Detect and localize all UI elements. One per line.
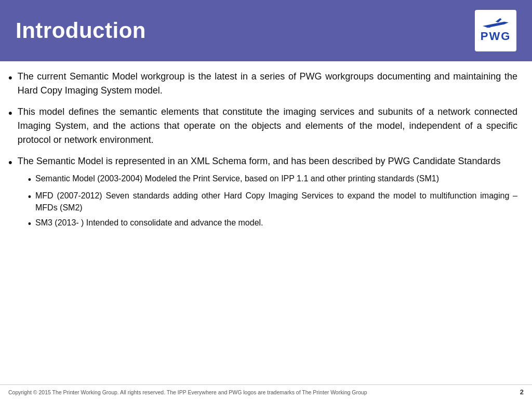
list-item: • This model defines the semantic elemen… — [8, 105, 517, 147]
bullet-dot-1: • — [8, 70, 12, 86]
list-item: • The current Semantic Model workgroup i… — [8, 70, 517, 98]
sub-bullet-text-1: Semantic Model (2003-2004) Modeled the P… — [35, 172, 517, 184]
pwg-logo-text: PWG — [481, 30, 511, 43]
sub-bullet-text-2: MFD (2007-2012) Seven standards adding o… — [35, 190, 517, 214]
list-item: • The Semantic Model is represented in a… — [8, 154, 517, 234]
svg-marker-1 — [496, 18, 502, 22]
bullet-text-2: This model defines the semantic elements… — [18, 105, 517, 147]
bullet-list: • The current Semantic Model workgroup i… — [8, 70, 517, 234]
slide-title: Introduction — [16, 18, 146, 43]
list-item: • SM3 (2013- ) Intended to consolidate a… — [28, 217, 517, 231]
list-item: • MFD (2007-2012) Seven standards adding… — [28, 190, 517, 214]
sub-bullet-dot-3: • — [28, 217, 31, 231]
sub-bullet-text-3: SM3 (2013- ) Intended to consolidate and… — [35, 217, 517, 229]
bullet-dot-3: • — [8, 155, 12, 171]
sub-bullet-list: • Semantic Model (2003-2004) Modeled the… — [28, 172, 517, 231]
bullet-text-1: The current Semantic Model workgroup is … — [18, 70, 517, 98]
list-item: • Semantic Model (2003-2004) Modeled the… — [28, 172, 517, 187]
pwg-plane-icon — [483, 18, 509, 29]
footer: Copyright © 2015 The Printer Working Gro… — [0, 384, 532, 399]
main-content: • The current Semantic Model workgroup i… — [0, 61, 532, 262]
sub-bullet-dot-1: • — [28, 173, 31, 187]
footer-copyright: Copyright © 2015 The Printer Working Gro… — [8, 389, 367, 395]
svg-marker-0 — [483, 22, 509, 28]
bullet-text-3: The Semantic Model is represented in an … — [18, 156, 501, 166]
bullet-text-3-container: The Semantic Model is represented in an … — [18, 154, 517, 234]
bullet-dot-2: • — [8, 105, 12, 122]
sub-bullet-dot-2: • — [28, 190, 31, 204]
header: Introduction PWG — [0, 0, 532, 61]
pwg-logo: PWG — [475, 10, 516, 51]
footer-page-number: 2 — [520, 388, 524, 396]
